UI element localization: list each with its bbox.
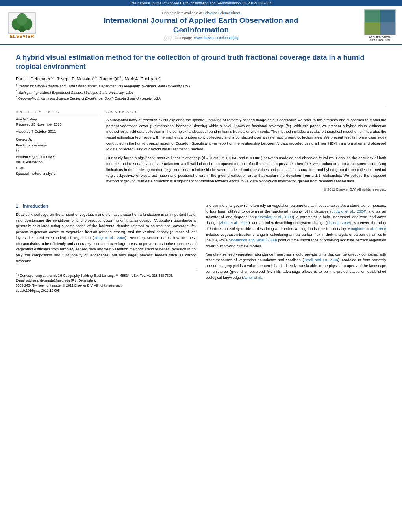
footnote-email: E-mail address: delamate@msu.edu (P.L. D… xyxy=(16,278,197,283)
accepted-date: Accepted 7 October 2011 xyxy=(16,130,98,133)
elsevier-logo: ELSEVIER xyxy=(6,12,38,39)
keyword-fc: fc xyxy=(16,148,98,154)
affiliation-b: Michigan Agricultural Experiment Station… xyxy=(18,91,133,95)
affiliation-c: Geographic Information Science Center of… xyxy=(18,96,161,100)
copyright-notice: © 2011 Elsevier B.V. All rights reserved… xyxy=(106,187,386,191)
journal-logo-right: APPLIED EARTHOBSERVATION xyxy=(364,9,396,41)
intro-heading: 1. Introduction xyxy=(16,203,197,209)
history-label: Article history: xyxy=(16,117,98,121)
header-divider xyxy=(16,106,386,106)
intro-para-2: and climate change, which often rely on … xyxy=(206,203,387,249)
paper-title: A hybrid visual estimation method for th… xyxy=(16,53,386,72)
houghton-ref[interactable]: Houghton et al. (1999) xyxy=(348,226,386,231)
journal-citation-text: International Journal of Applied Earth O… xyxy=(130,1,272,5)
footnotes-area: * * Corresponding author at: 1H Geograph… xyxy=(16,271,197,293)
jiang-ref[interactable]: Jiang et al., 2006 xyxy=(94,235,125,240)
journal-citation-bar: International Journal of Applied Earth O… xyxy=(0,0,402,6)
footnote-issn: 0303-2434/$ – see front matter © 2011 El… xyxy=(16,283,197,288)
asner-ref[interactable]: Asner et al., xyxy=(243,275,263,280)
sciverse-link[interactable]: SciVerse ScienceDirect xyxy=(203,11,240,15)
received-date: Received 23 November 2010 xyxy=(16,122,98,126)
elsevier-label: ELSEVIER xyxy=(10,34,34,39)
affiliation-a: Center for Global Change and Earth Obser… xyxy=(18,84,190,88)
keyword-fractional-coverage: Fractional coverage xyxy=(16,143,98,148)
journal-logo-text: APPLIED EARTHOBSERVATION xyxy=(364,36,396,41)
intro-para-3: Remotely sensed vegetation abundance mea… xyxy=(206,252,387,281)
keyword-ndvi: NDVI xyxy=(16,165,98,171)
small-lu-ref[interactable]: Small and Lu, 2006 xyxy=(304,258,338,262)
journal-homepage: journal homepage: www.elsevier.com/locat… xyxy=(42,36,360,40)
keyword-percent-veg: Percent vegetation cover xyxy=(16,154,98,159)
section-divider xyxy=(16,197,386,197)
journal-logo-image xyxy=(364,9,396,35)
svg-point-5 xyxy=(17,13,27,26)
homepage-text: journal homepage: xyxy=(164,36,194,40)
authors-line: Paul L. Delamatera,*, Joseph P. Messinaa… xyxy=(16,76,386,81)
li-ref[interactable]: Li et al., 2005 xyxy=(327,221,350,225)
abstract-column: A B S T R A C T A substantial body of re… xyxy=(106,110,386,191)
journal-header-center: Contents lists available at SciVerse Sci… xyxy=(42,11,360,40)
zhou-ref[interactable]: Zhou et al., 2009 xyxy=(220,221,249,225)
footnote-corresponding: * * Corresponding author at: 1H Geograph… xyxy=(16,272,197,278)
body-two-column: 1. Introduction Detailed knowledge on th… xyxy=(16,203,386,293)
article-info-column: A R T I C L E I N F O Article history: R… xyxy=(16,110,98,191)
article-info-abstract-section: A R T I C L E I N F O Article history: R… xyxy=(16,110,386,191)
article-info-heading: A R T I C L E I N F O xyxy=(16,110,98,115)
journal-title-line1: International Journal of Applied Earth O… xyxy=(104,16,298,24)
homepage-link[interactable]: www.elsevier.com/locate/jag xyxy=(194,36,239,40)
footnote-doi: doi:10.1016/j.jag.2011.10.005 xyxy=(16,288,197,293)
elsevier-tree-icon xyxy=(8,12,36,34)
paper-container: A hybrid visual estimation method for th… xyxy=(0,45,402,301)
body-right-column: and climate change, which often rely on … xyxy=(206,203,387,293)
purevdorj-ref[interactable]: Purevdorj et al., 1998 xyxy=(256,215,293,219)
contents-text: Contents lists available at xyxy=(162,11,203,15)
keywords-section: Keywords: Fractional coverage fc Percent… xyxy=(16,137,98,176)
intro-para-1: Detailed knowledge on the amount of vege… xyxy=(16,212,197,264)
abstract-paragraph-2: Our study found a significant, positive … xyxy=(106,154,386,184)
abstract-paragraph-1: A substantial body of research exists ex… xyxy=(106,117,386,152)
keyword-spectral-mixture: Spectral mixture analysis xyxy=(16,171,98,176)
journal-title-line2: Geoinformation xyxy=(173,26,229,34)
keyword-visual-estimation: Visual estimation xyxy=(16,159,98,165)
contents-line: Contents lists available at SciVerse Sci… xyxy=(42,11,360,15)
abstract-text: A substantial body of research exists ex… xyxy=(106,117,386,184)
journal-header: ELSEVIER Contents lists available at Sci… xyxy=(0,6,402,45)
montandon-ref[interactable]: Montandon and Small (2008) xyxy=(229,238,277,242)
journal-title: International Journal of Applied Earth O… xyxy=(42,16,360,35)
affiliations: a Center for Global Change and Earth Obs… xyxy=(16,83,386,102)
abstract-heading: A B S T R A C T xyxy=(106,110,386,115)
keywords-label: Keywords: xyxy=(16,137,98,141)
body-left-column: 1. Introduction Detailed knowledge on th… xyxy=(16,203,197,293)
ludwig-ref[interactable]: Ludwig et al., 2004 xyxy=(332,209,365,213)
